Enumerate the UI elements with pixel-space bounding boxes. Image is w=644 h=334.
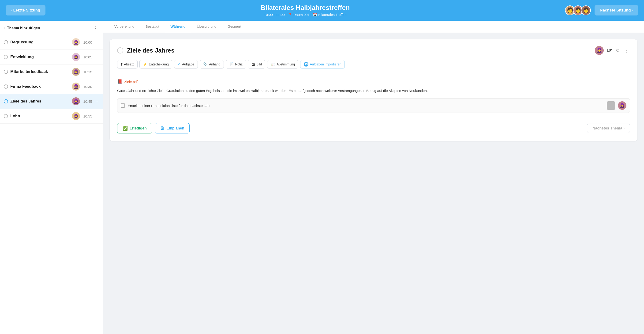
topic-more-button[interactable]: ⋮ xyxy=(624,47,630,54)
item-menu-button[interactable]: ⋮ xyxy=(94,84,100,89)
tabs-bar: Vorbereitung Bestätigt Während Überprüfu… xyxy=(103,21,644,33)
absatz-button[interactable]: ¶ Absatz xyxy=(117,60,138,69)
notiz-button[interactable]: 📄 Notiz xyxy=(226,60,246,69)
add-topic-button[interactable]: + Thema hinzufügen xyxy=(4,26,40,30)
meeting-time: 10:00 - 11:00 xyxy=(264,13,284,17)
header-center: Bilaterales Halbjahrestreffen 10:00 - 11… xyxy=(261,4,350,17)
meeting-subtitle: 10:00 - 11:00 📍 Raum 001 📅 Bilaterales T… xyxy=(261,13,350,17)
bottom-left-actions: ✅ Erledigen 🗓 Einplanen xyxy=(117,123,190,133)
bild-icon: 🖼 xyxy=(252,62,255,66)
abstimmung-icon: 📊 xyxy=(271,62,275,66)
erledigen-button[interactable]: ✅ Erledigen xyxy=(117,123,152,133)
tab-gesperrt[interactable]: Gesperrt xyxy=(222,21,247,32)
sidebar-item-firma-feedback[interactable]: Firma Feedback 🧕 10:30 ⋮ xyxy=(0,79,103,94)
sidebar: + Thema hinzufügen ⋮ Begrüssung 🧕 10:00 … xyxy=(0,21,103,334)
entscheidung-icon: ⚡ xyxy=(143,62,148,66)
main-layout: + Thema hinzufügen ⋮ Begrüssung 🧕 10:00 … xyxy=(0,21,644,334)
sidebar-item-begruessung[interactable]: Begrüssung 🧕 10:00 ⋮ xyxy=(0,35,103,50)
item-radio xyxy=(4,55,8,59)
next-session-button[interactable]: Nächste Sitzung › xyxy=(594,5,638,16)
item-time: 10:30 xyxy=(82,85,92,89)
content-body: 📕 Ziele.pdf Gutes Jahr und erreichte Zie… xyxy=(117,78,630,117)
aufgaben-importieren-button[interactable]: 13 Aufgaben importieren xyxy=(300,60,345,69)
location-icon: 📍 xyxy=(288,13,292,17)
bild-button[interactable]: 🖼 Bild xyxy=(248,60,265,69)
item-menu-button[interactable]: ⋮ xyxy=(94,69,100,74)
abstimmung-button[interactable]: 📊 Abstimmung xyxy=(267,60,298,69)
topic-avatar: 🧕 xyxy=(595,46,604,55)
item-title: Begrüssung xyxy=(10,40,70,45)
topic-card: Ziele des Jahres 🧕 10' ↻ ⋮ ¶ Absatz xyxy=(110,40,638,141)
entscheidung-button[interactable]: ⚡ Entscheidung xyxy=(140,60,172,69)
item-avatar: 🧕 xyxy=(72,68,80,76)
sidebar-item-entwicklung[interactable]: Entwicklung 🧕 10:05 ⋮ xyxy=(0,50,103,65)
anhang-icon: 📎 xyxy=(203,62,208,66)
item-title: Lohn xyxy=(10,114,70,118)
header: ‹ Letzte Sitzung Bilaterales Halbjahrest… xyxy=(0,0,644,21)
item-menu-button[interactable]: ⋮ xyxy=(94,114,100,119)
absatz-icon: ¶ xyxy=(121,62,122,66)
einplanen-icon: 🗓 xyxy=(160,126,164,131)
sidebar-header: + Thema hinzufügen ⋮ xyxy=(0,21,103,35)
item-radio xyxy=(4,70,8,74)
item-radio xyxy=(4,40,8,44)
topic-duration: 10' xyxy=(606,48,612,53)
erledigen-icon: ✅ xyxy=(122,126,128,131)
pdf-attachment[interactable]: 📕 Ziele.pdf xyxy=(117,79,630,84)
content-area: Vorbereitung Bestätigt Während Überprüfu… xyxy=(103,21,644,334)
item-title: Ziele des Jahres xyxy=(10,99,70,104)
task-label: Erstellen einer Prospektionsliste für da… xyxy=(128,104,604,108)
avatar-3: 👩 xyxy=(581,6,591,15)
meeting-title: Bilaterales Halbjahrestreffen xyxy=(261,4,350,12)
anhang-button[interactable]: 📎 Anhang xyxy=(200,60,224,69)
item-radio xyxy=(4,114,8,118)
tab-waehrend[interactable]: Während xyxy=(165,21,191,32)
item-time: 10:55 xyxy=(82,114,92,118)
item-time: 10:05 xyxy=(82,55,92,59)
main-content: Ziele des Jahres 🧕 10' ↻ ⋮ ¶ Absatz xyxy=(103,33,644,334)
topic-refresh-button[interactable]: ↻ xyxy=(615,47,620,54)
sidebar-item-mitarbeiterfeedback[interactable]: Mitarbeiterfeedback 🧕 10:15 ⋮ xyxy=(0,65,103,79)
action-bar: ¶ Absatz ⚡ Entscheidung ✓ Aufgabe 📎 Anha… xyxy=(117,60,630,73)
sidebar-item-lohn[interactable]: Lohn 🧕 10:55 ⋮ xyxy=(0,109,103,124)
item-menu-button[interactable]: ⋮ xyxy=(94,40,100,45)
item-avatar: 🧕 xyxy=(72,38,80,46)
meeting-location: 📍 Raum 001 xyxy=(288,13,310,17)
task-avatar: 🧕 xyxy=(618,101,626,110)
item-radio xyxy=(4,99,8,103)
item-avatar: 🧕 xyxy=(72,83,80,91)
item-menu-button[interactable]: ⋮ xyxy=(94,99,100,104)
item-time: 10:15 xyxy=(82,70,92,74)
bottom-actions: ✅ Erledigen 🗓 Einplanen Nächstes Thema › xyxy=(117,123,630,133)
tab-bestaetigt[interactable]: Bestätigt xyxy=(140,21,165,32)
participant-avatars: 🧑 👩 👩 xyxy=(565,6,591,15)
item-avatar: 🧕 xyxy=(72,112,80,120)
topic-meta: 🧕 10' ↻ ⋮ xyxy=(595,46,630,55)
notiz-icon: 📄 xyxy=(229,62,234,66)
aufgabe-button[interactable]: ✓ Aufgabe xyxy=(174,60,198,69)
item-title: Entwicklung xyxy=(10,55,70,59)
tab-ueberpruefung[interactable]: Überprüfung xyxy=(191,21,222,32)
aufgabe-icon: ✓ xyxy=(178,62,181,66)
pdf-filename: Ziele.pdf xyxy=(124,80,138,84)
topic-check[interactable] xyxy=(117,47,123,54)
task-row: Erstellen einer Prospektionsliste für da… xyxy=(117,98,630,113)
topic-body-text: Gutes Jahr und erreichte Ziele. Gratulat… xyxy=(117,88,630,94)
item-title: Mitarbeiterfeedback xyxy=(10,70,70,74)
item-menu-button[interactable]: ⋮ xyxy=(94,55,100,60)
topic-title: Ziele des Jahres xyxy=(127,47,591,54)
einplanen-button[interactable]: 🗓 Einplanen xyxy=(155,123,190,133)
item-avatar: 🧕 xyxy=(72,53,80,61)
tab-vorbereitung[interactable]: Vorbereitung xyxy=(109,21,140,32)
meeting-type: 📅 Bilaterales Treffen xyxy=(313,13,346,17)
prev-session-button[interactable]: ‹ Letzte Sitzung xyxy=(6,5,46,16)
task-checkbox[interactable] xyxy=(121,103,125,108)
sidebar-menu-button[interactable]: ⋮ xyxy=(92,25,99,32)
import-badge: 13 xyxy=(304,62,308,67)
item-time: 10:00 xyxy=(82,40,92,44)
next-topic-button[interactable]: Nächstes Thema › xyxy=(587,124,630,133)
sidebar-item-ziele-des-jahres[interactable]: Ziele des Jahres 🧕 10:45 ⋮ xyxy=(0,94,103,109)
item-radio xyxy=(4,85,8,89)
item-title: Firma Feedback xyxy=(10,84,70,89)
item-time: 10:45 xyxy=(82,100,92,103)
